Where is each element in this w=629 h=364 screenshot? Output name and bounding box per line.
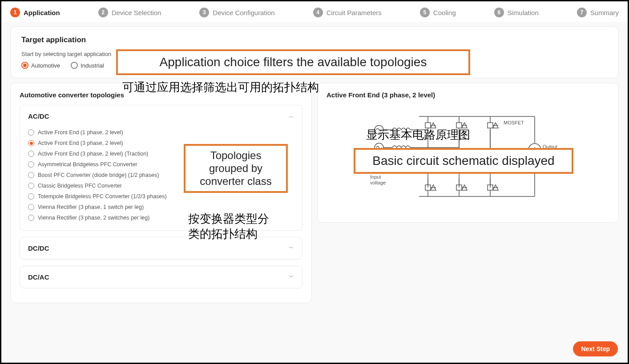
accordion-title: DC/AC [28, 273, 49, 281]
target-title: Target application [21, 36, 608, 44]
svg-text:voltage: voltage [370, 180, 386, 185]
topology-label: Vienna Rectifier (3 phase, 2 switches pe… [38, 215, 149, 221]
step-label: Device Selection [112, 9, 161, 16]
step-badge: 2 [98, 8, 108, 17]
annotation-box-3: Basic circuit schematic displayed [354, 148, 573, 174]
annotation-text: grouped by [193, 162, 279, 175]
step-badge: 5 [420, 8, 430, 17]
radio-label: Automotive [31, 62, 60, 69]
annotation-box-2: Topologies grouped by converter class [184, 144, 288, 193]
stepper: 1 Application 2 Device Selection 3 Devic… [1, 1, 628, 22]
mosfet-label: MOSFET [504, 120, 524, 125]
topology-label: Classic Bridgeless PFC Converter [38, 183, 122, 189]
input-voltage-label: Input [370, 174, 381, 180]
step-circuit-parameters[interactable]: 4 Circuit Parameters [313, 8, 382, 17]
step-label: Application [24, 9, 60, 16]
annotation-text: Basic circuit schematic displayed [372, 154, 554, 168]
topology-label: Vienna Rectifier (3 phase, 1 switch per … [38, 204, 144, 210]
step-device-configuration[interactable]: 3 Device Configuration [199, 8, 274, 17]
step-simulation[interactable]: 6 Simulation [494, 8, 539, 17]
annotation-cn-3: 显示基本电路原理图 [366, 127, 470, 143]
accordion-head-dcac[interactable]: DC/AC ﹀ [20, 266, 302, 288]
step-badge: 4 [313, 8, 323, 17]
step-label: Device Configuration [213, 9, 274, 16]
topology-label: Active Front End (3 phase, 2 level) (Tra… [38, 151, 148, 157]
step-label: Cooling [433, 9, 456, 16]
radio-icon [28, 204, 34, 210]
annotation-text: Application choice filters the available… [160, 55, 427, 69]
topology-label: Asymmetrical Bridgeless PFC Converter [38, 161, 137, 168]
svg-rect-25 [488, 123, 493, 128]
chevron-down-icon: ﹀ [289, 273, 294, 281]
radio-icon [28, 193, 34, 200]
annotation-text: converter class [193, 175, 279, 188]
step-badge: 6 [494, 8, 504, 17]
radio-automotive[interactable]: Automotive [21, 62, 60, 69]
accordion-title: DC/DC [28, 244, 49, 252]
step-label: Circuit Parameters [327, 9, 382, 16]
next-step-button[interactable]: Next Step [573, 341, 618, 356]
step-badge: 1 [10, 8, 20, 17]
annotation-cn-2: 按变换器类型分 类的拓扑结构 [188, 212, 269, 242]
topology-label: Boost PFC Converter (diode bridge) (1/2 … [38, 172, 159, 178]
step-summary[interactable]: 7 Summary [577, 8, 619, 17]
radio-icon [28, 161, 34, 168]
accordion-dcac: DC/AC ﹀ [20, 266, 302, 288]
accordion-head-acdc[interactable]: AC/DC ︿ [20, 105, 302, 127]
topology-option[interactable]: Active Front End (1 phase, 2 level) [28, 127, 294, 138]
topology-label: Active Front End (1 phase, 2 level) [38, 129, 123, 136]
step-badge: 3 [199, 8, 209, 17]
topology-label: Totempole Bridgeless PFC Converter (1/2/… [38, 193, 167, 200]
annotation-text: Topologies [193, 149, 279, 162]
radio-icon [71, 62, 78, 69]
annotation-cn-1: 可通过应用选择筛选出可用的拓扑结构 [122, 80, 319, 95]
radio-icon [28, 215, 34, 221]
accordion-title: AC/DC [28, 112, 49, 120]
step-cooling[interactable]: 5 Cooling [420, 8, 456, 17]
next-step-label: Next Step [581, 345, 610, 352]
chevron-down-icon: ﹀ [289, 244, 294, 252]
annotation-box-1: Application choice filters the available… [116, 49, 470, 75]
radio-label: Industrial [81, 62, 104, 69]
chevron-up-icon: ︿ [289, 112, 294, 120]
topology-label: Active Front End (3 phase, 2 level) [38, 140, 123, 146]
step-application[interactable]: 1 Application [10, 8, 60, 17]
radio-icon [21, 62, 28, 69]
radio-icon [28, 140, 34, 146]
radio-icon [28, 183, 34, 189]
radio-icon [28, 172, 34, 178]
radio-icon [28, 129, 34, 136]
schematic-title: Active Front End (3 phase, 2 level) [327, 91, 609, 99]
step-label: Simulation [508, 9, 539, 16]
radio-industrial[interactable]: Industrial [71, 62, 104, 69]
step-label: Summary [590, 9, 619, 16]
step-device-selection[interactable]: 2 Device Selection [98, 8, 161, 17]
step-badge: 7 [577, 8, 587, 17]
topology-option[interactable]: Vienna Rectifier (3 phase, 1 switch per … [28, 202, 294, 212]
radio-icon [28, 151, 34, 157]
